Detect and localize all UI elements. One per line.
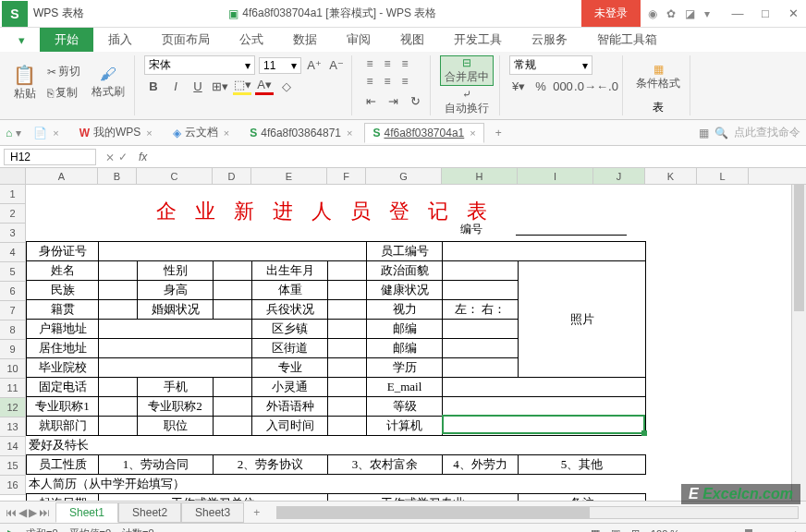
cell[interactable]: 视力 (367, 300, 443, 320)
zoom-value[interactable]: 100 % (651, 528, 679, 533)
fill-color-button[interactable]: ⬚▾ (233, 77, 251, 95)
cell[interactable] (99, 300, 138, 320)
zoom-out-button[interactable]: − (690, 528, 696, 533)
cell[interactable] (443, 397, 646, 417)
tab-list-icon[interactable]: ▦ (699, 127, 709, 139)
cell[interactable]: 员工性质 (27, 455, 99, 475)
row-header[interactable]: 3 (0, 224, 26, 243)
menu-insert[interactable]: 插入 (93, 28, 147, 52)
cell[interactable] (328, 320, 367, 339)
col-header-g[interactable]: G (366, 168, 442, 184)
cell[interactable] (328, 397, 367, 417)
cell[interactable] (214, 417, 252, 436)
close-icon[interactable]: × (146, 127, 152, 139)
cell[interactable]: 左： 右： (443, 300, 519, 320)
cell[interactable]: 邮编 (367, 320, 443, 339)
cell[interactable]: 爱好及特长 (27, 436, 646, 455)
cancel-formula-icon[interactable]: ⨯ (105, 151, 115, 163)
command-search[interactable]: 点此查找命令 (734, 125, 800, 140)
fx-label[interactable]: fx (133, 151, 153, 163)
help-dropdown-icon[interactable]: ▾ (704, 7, 710, 20)
cell[interactable]: 姓名 (27, 261, 99, 281)
cell[interactable]: 4、外劳力 (443, 455, 519, 475)
cell[interactable]: 职位 (138, 417, 214, 436)
sheet-nav-last[interactable]: ⏭ (39, 506, 50, 519)
cell[interactable] (328, 358, 367, 378)
sheet-tab-1[interactable]: Sheet1 (55, 502, 118, 523)
cell[interactable]: 等级 (367, 397, 443, 417)
format-painter-button[interactable]: 🖌 格式刷 (88, 55, 128, 109)
menu-view[interactable]: 视图 (385, 28, 439, 52)
row-header[interactable]: 13 (0, 417, 26, 437)
cell[interactable]: 区乡镇 (252, 320, 328, 339)
comma-button[interactable]: 000 (554, 77, 572, 95)
scrollbar-thumb[interactable] (277, 507, 590, 518)
cell[interactable] (328, 378, 367, 397)
menu-review[interactable]: 审阅 (332, 28, 385, 52)
cell[interactable] (99, 339, 252, 358)
decrease-decimal-button[interactable]: ←.0 (598, 77, 617, 95)
table-format-button[interactable]: 表 (653, 100, 664, 115)
paste-button[interactable]: 📋 粘贴 (9, 55, 40, 109)
cell[interactable]: 入司时间 (252, 417, 328, 436)
cell[interactable]: 兵役状况 (252, 300, 328, 320)
cell[interactable] (99, 281, 138, 300)
cell[interactable]: 政治面貌 (367, 261, 443, 281)
menu-page-layout[interactable]: 页面布局 (147, 28, 225, 52)
doc-tab-blank[interactable]: 📄× (25, 123, 67, 143)
align-top-left[interactable]: ≡ (361, 55, 378, 72)
align-top-right[interactable]: ≡ (397, 55, 413, 72)
close-button[interactable]: ✕ (780, 4, 806, 24)
cell[interactable] (328, 417, 367, 436)
cell[interactable]: 固定电话 (27, 378, 99, 397)
view-break-icon[interactable]: ⊞ (631, 527, 640, 532)
cell[interactable] (328, 339, 367, 358)
col-header-j[interactable]: J (593, 168, 645, 184)
increase-font-button[interactable]: A⁺ (305, 56, 324, 75)
cell[interactable] (443, 339, 519, 358)
indent-decrease-button[interactable]: ⇤ (361, 91, 380, 110)
underline-button[interactable]: U (189, 77, 207, 95)
row-header[interactable]: 12 (0, 398, 26, 417)
col-header-b[interactable]: B (98, 168, 137, 184)
add-tab-button[interactable]: + (488, 127, 509, 139)
vertical-scrollbar[interactable] (791, 185, 806, 501)
orientation-button[interactable]: ↻ (406, 91, 424, 110)
sheet-tab-2[interactable]: Sheet2 (118, 502, 181, 523)
sync-icon[interactable]: ◉ (648, 7, 657, 20)
cell[interactable]: 外语语种 (252, 397, 328, 417)
file-menu[interactable]: ▾ (4, 28, 40, 52)
cell[interactable] (99, 242, 367, 261)
doc-tab-mywps[interactable]: W我的WPS× (71, 121, 161, 144)
col-header-f[interactable]: F (327, 168, 366, 184)
settings-icon[interactable]: ✿ (666, 7, 676, 20)
cell[interactable]: 1、劳动合同 (99, 455, 214, 475)
cell[interactable]: 居住地址 (27, 339, 99, 358)
row-header[interactable]: 10 (0, 359, 26, 379)
photo-cell[interactable]: 照片 (519, 261, 646, 378)
row-header[interactable]: 16 (0, 476, 26, 495)
cell[interactable]: 体重 (252, 281, 328, 300)
cell[interactable]: 本人简历（从中学开始填写） (27, 475, 646, 494)
cell[interactable]: 3、农村富余 (328, 455, 443, 475)
skin-icon[interactable]: ◪ (685, 7, 695, 20)
cell[interactable]: 婚姻状况 (138, 300, 214, 320)
login-badge[interactable]: 未登录 (581, 0, 641, 27)
row-header[interactable]: 6 (0, 282, 26, 301)
cell[interactable]: 工作或学习专业 (328, 494, 519, 502)
close-icon[interactable]: × (470, 127, 475, 139)
nav-home-icon[interactable]: ⌂ (6, 127, 12, 139)
col-header-e[interactable]: E (251, 168, 327, 184)
col-header-k[interactable]: K (645, 168, 697, 184)
add-sheet-button[interactable]: + (244, 506, 269, 519)
cell[interactable] (214, 397, 252, 417)
cut-button[interactable]: ✂剪切 (43, 62, 84, 81)
sheet-nav-prev[interactable]: ◀ (18, 506, 27, 519)
cell[interactable]: 身高 (138, 281, 214, 300)
cell[interactable]: 民族 (27, 281, 99, 300)
menu-start[interactable]: 开始 (40, 28, 93, 52)
cell[interactable] (328, 261, 367, 281)
row-header[interactable]: 2 (0, 204, 26, 224)
cell[interactable]: E_mail (367, 378, 443, 397)
col-header-h[interactable]: H (442, 168, 518, 184)
